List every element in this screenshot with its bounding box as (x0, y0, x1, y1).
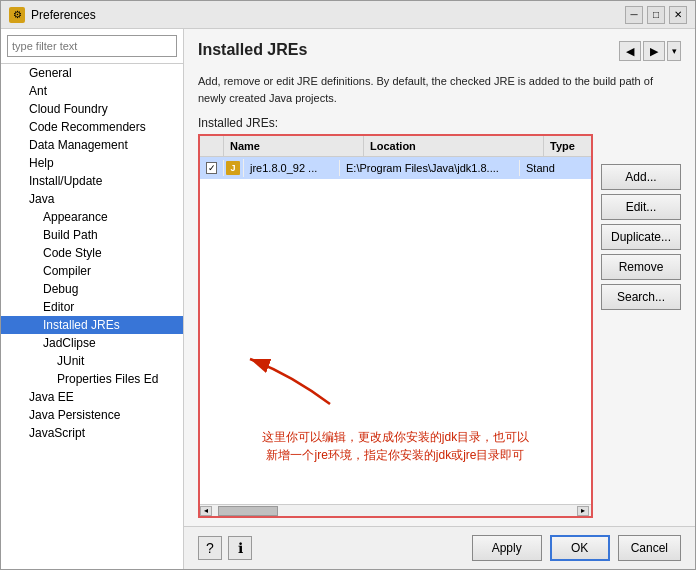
sidebar-label-javascript: JavaScript (29, 426, 179, 440)
content-area: GeneralAntCloud FoundryCode Recommenders… (1, 29, 695, 569)
title-bar: ⚙ Preferences ─ □ ✕ (1, 1, 695, 29)
apply-button[interactable]: Apply (472, 535, 542, 561)
app-icon: ⚙ (9, 7, 25, 23)
row-type: Stand (520, 160, 591, 176)
table-body: ✓ J jre1.8.0_92 ... E:\Program Files\Jav… (200, 157, 591, 331)
sidebar-item-jadclipse[interactable]: JadClipse (1, 334, 183, 352)
th-check (200, 136, 224, 156)
info-icon-button[interactable]: ℹ (228, 536, 252, 560)
sidebar-label-properties-files: Properties Files Ed (57, 372, 179, 386)
tree: GeneralAntCloud FoundryCode Recommenders… (1, 64, 183, 569)
sidebar-label-cloud-foundry: Cloud Foundry (29, 102, 179, 116)
sidebar-item-ant[interactable]: Ant (1, 82, 183, 100)
sidebar-label-general: General (29, 66, 179, 80)
edit-button[interactable]: Edit... (601, 194, 681, 220)
jre-table: Name Location Type ✓ (198, 134, 593, 518)
sidebar-item-help[interactable]: Help (1, 154, 183, 172)
scroll-thumb[interactable] (218, 506, 278, 516)
scroll-right-button[interactable]: ▸ (577, 506, 589, 516)
action-buttons: Add... Edit... Duplicate... Remove Searc… (593, 134, 681, 518)
row-icon: J (224, 159, 244, 177)
sidebar-label-java-persistence: Java Persistence (29, 408, 179, 422)
sidebar-item-build-path[interactable]: Build Path (1, 226, 183, 244)
right-section: Installed JREs ◀ ▶ ▾ Add, remove or edit… (184, 29, 695, 569)
remove-button[interactable]: Remove (601, 254, 681, 280)
annotation-overlay: 这里你可以编辑，更改成你安装的jdk目录，也可以新增一个jre环境，指定你安装的… (210, 408, 581, 464)
bottom-left-icons: ? ℹ (198, 536, 252, 560)
sidebar-label-jadclipse: JadClipse (43, 336, 179, 350)
sidebar-label-help: Help (29, 156, 179, 170)
nav-dropdown-button[interactable]: ▾ (667, 41, 681, 61)
table-row[interactable]: ✓ J jre1.8.0_92 ... E:\Program Files\Jav… (200, 157, 591, 179)
panel-subtitle: Installed JREs: (198, 116, 681, 130)
sidebar-label-data-management: Data Management (29, 138, 179, 152)
sidebar-item-junit[interactable]: JUnit (1, 352, 183, 370)
sidebar-label-installed-jres: Installed JREs (43, 318, 179, 332)
filter-input[interactable] (7, 35, 177, 57)
nav-arrows: ◀ ▶ ▾ (619, 41, 681, 61)
help-icon-button[interactable]: ? (198, 536, 222, 560)
sidebar-item-general[interactable]: General (1, 64, 183, 82)
sidebar-label-editor: Editor (43, 300, 179, 314)
maximize-button[interactable]: □ (647, 6, 665, 24)
sidebar-item-javascript[interactable]: JavaScript (1, 424, 183, 442)
row-location: E:\Program Files\Java\jdk1.8.... (340, 160, 520, 176)
table-header: Name Location Type (200, 136, 591, 157)
back-button[interactable]: ◀ (619, 41, 641, 61)
main-panel: Installed JREs ◀ ▶ ▾ Add, remove or edit… (184, 29, 695, 526)
sidebar: GeneralAntCloud FoundryCode Recommenders… (1, 29, 184, 569)
sidebar-item-cloud-foundry[interactable]: Cloud Foundry (1, 100, 183, 118)
th-name: Name (224, 136, 364, 156)
panel-title: Installed JREs (198, 41, 307, 59)
sidebar-label-build-path: Build Path (43, 228, 179, 242)
sidebar-item-appearance[interactable]: Appearance (1, 208, 183, 226)
sidebar-item-editor[interactable]: Editor (1, 298, 183, 316)
sidebar-label-code-recommenders: Code Recommenders (29, 120, 179, 134)
table-and-buttons: Name Location Type ✓ (198, 134, 681, 518)
sidebar-item-code-style[interactable]: Code Style (1, 244, 183, 262)
add-button[interactable]: Add... (601, 164, 681, 190)
sidebar-item-java-ee[interactable]: Java EE (1, 388, 183, 406)
window-controls: ─ □ ✕ (625, 6, 687, 24)
cancel-button[interactable]: Cancel (618, 535, 681, 561)
checkbox: ✓ (206, 162, 217, 174)
sidebar-label-junit: JUnit (57, 354, 179, 368)
th-location: Location (364, 136, 544, 156)
sidebar-label-java-ee: Java EE (29, 390, 179, 404)
bottom-bar: ? ℹ Apply OK Cancel (184, 526, 695, 569)
table-scrollbar[interactable]: ◂ ▸ (200, 504, 591, 516)
ok-button[interactable]: OK (550, 535, 610, 561)
sidebar-item-debug[interactable]: Debug (1, 280, 183, 298)
sidebar-item-java-persistence[interactable]: Java Persistence (1, 406, 183, 424)
sidebar-label-java: Java (29, 192, 179, 206)
annotation-text: 这里你可以编辑，更改成你安装的jdk目录，也可以新增一个jre环境，指定你安装的… (210, 428, 581, 464)
jre-icon: J (226, 161, 240, 175)
sidebar-label-ant: Ant (29, 84, 179, 98)
sidebar-item-compiler[interactable]: Compiler (1, 262, 183, 280)
window-title: Preferences (31, 8, 619, 22)
sidebar-item-properties-files[interactable]: Properties Files Ed (1, 370, 183, 388)
sidebar-label-code-style: Code Style (43, 246, 179, 260)
forward-button[interactable]: ▶ (643, 41, 665, 61)
sidebar-label-install-update: Install/Update (29, 174, 179, 188)
sidebar-label-debug: Debug (43, 282, 179, 296)
row-name: jre1.8.0_92 ... (244, 160, 340, 176)
scroll-left-button[interactable]: ◂ (200, 506, 212, 516)
duplicate-button[interactable]: Duplicate... (601, 224, 681, 250)
sidebar-label-compiler: Compiler (43, 264, 179, 278)
sidebar-item-java[interactable]: Java (1, 190, 183, 208)
close-button[interactable]: ✕ (669, 6, 687, 24)
search-button[interactable]: Search... (601, 284, 681, 310)
row-checkbox[interactable]: ✓ (200, 160, 224, 176)
th-type: Type (544, 136, 593, 156)
sidebar-item-install-update[interactable]: Install/Update (1, 172, 183, 190)
preferences-window: ⚙ Preferences ─ □ ✕ GeneralAntCloud Foun… (0, 0, 696, 570)
sidebar-label-appearance: Appearance (43, 210, 179, 224)
arrow-graphic (230, 354, 350, 414)
search-box (1, 29, 183, 64)
sidebar-item-installed-jres[interactable]: Installed JREs (1, 316, 183, 334)
sidebar-item-data-management[interactable]: Data Management (1, 136, 183, 154)
panel-description: Add, remove or edit JRE definitions. By … (198, 73, 681, 106)
minimize-button[interactable]: ─ (625, 6, 643, 24)
sidebar-item-code-recommenders[interactable]: Code Recommenders (1, 118, 183, 136)
